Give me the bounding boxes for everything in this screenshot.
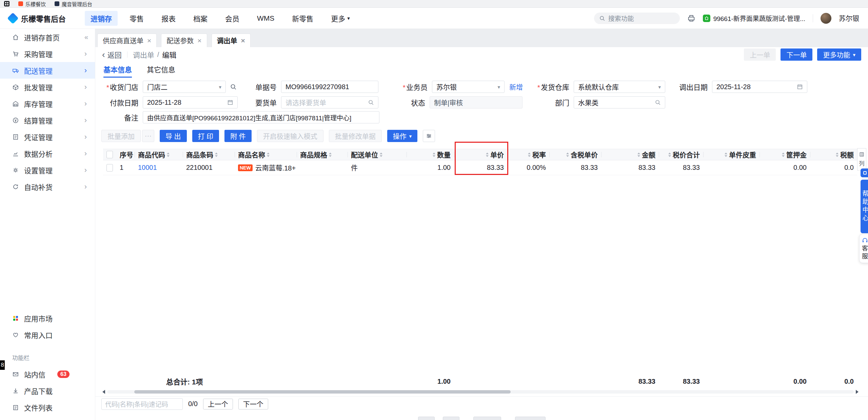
sidebar-item-downloads[interactable]: 产品下载 <box>0 382 95 399</box>
quick-search-input[interactable]: 代码|名称|条码|速记码 <box>101 398 183 410</box>
col-unit[interactable]: 配送单位 <box>348 149 407 160</box>
sidebar-item-wholesale[interactable]: 批发管理 › <box>0 79 95 95</box>
nav-item-dangan[interactable]: 档案 <box>188 11 213 26</box>
export-button[interactable]: 导 出 <box>160 130 187 142</box>
sidebar-item-app-market[interactable]: 应用市场 <box>0 310 95 326</box>
print-button[interactable]: 打 印 <box>192 130 219 142</box>
col-price-with-tax[interactable]: 含税单价 <box>549 149 601 160</box>
close-icon[interactable]: × <box>241 37 245 45</box>
os-app-tab[interactable]: 魔音管理后台 <box>55 0 92 7</box>
global-search-input[interactable]: 搜索功能 <box>594 13 680 24</box>
speed-input-mode-button[interactable]: 开启极速输入模式 <box>257 130 323 142</box>
user-name[interactable]: 苏尔银 <box>839 13 859 23</box>
cell-qty[interactable]: 1.00 <box>407 160 454 175</box>
brand[interactable]: 乐檬零售后台 <box>9 13 66 24</box>
batch-add-button[interactable]: 批量添加 <box>101 130 141 142</box>
doc-tab-transfer-out[interactable]: 调出单 × <box>212 34 251 47</box>
col-basket-deposit[interactable]: 筐押金 <box>760 149 810 160</box>
next-doc-button[interactable]: 下一单 <box>781 48 812 61</box>
back-button[interactable]: 返回 <box>107 49 122 60</box>
col-tax-rate[interactable]: 税率 <box>507 149 549 160</box>
warehouse-select[interactable]: 系统默认仓库 ▾ <box>574 81 665 93</box>
partial-bottom-button[interactable] <box>473 417 501 420</box>
nav-item-more[interactable]: 更多 ▾ <box>325 11 356 26</box>
doc-tab-supplier-direct[interactable]: 供应商直送单 × <box>97 34 157 47</box>
tab-basic-info[interactable]: 基本信息 <box>103 62 132 78</box>
help-tab-icon[interactable] <box>861 168 868 177</box>
col-barcode[interactable]: 商品条码 <box>183 149 235 160</box>
receiving-store-select[interactable]: 门店二 ▾ <box>143 81 226 93</box>
avatar[interactable] <box>821 13 831 24</box>
store-selector[interactable]: 99661-新界面果蔬版测试-管理... <box>703 14 805 23</box>
column-display-widget[interactable]: 列 <box>857 148 866 171</box>
sidebar-item-request[interactable]: 需求申请 <box>0 416 95 420</box>
close-icon[interactable]: × <box>197 37 201 45</box>
col-amount-with-tax[interactable]: 税价合计 <box>659 149 703 160</box>
nav-item-baobiao[interactable]: 报表 <box>156 11 181 26</box>
sidebar-item-purchase[interactable]: 采购管理 › <box>0 45 95 62</box>
add-salesman-link[interactable]: 新增 <box>509 82 523 92</box>
doc-tab-distribution-params[interactable]: 配送参数 × <box>161 34 207 47</box>
col-tax[interactable]: 税额 <box>810 149 857 160</box>
scroll-right-icon[interactable] <box>856 390 861 394</box>
column-settings-button[interactable] <box>423 130 435 142</box>
nav-item-huiyuan[interactable]: 会员 <box>219 11 245 26</box>
prev-doc-button[interactable]: 上一单 <box>744 48 776 61</box>
next-item-button[interactable]: 下一个 <box>238 399 268 409</box>
prev-item-button[interactable]: 上一个 <box>203 399 233 409</box>
nav-item-jinxiaocun[interactable]: 进销存 <box>85 11 118 26</box>
sidebar-item-home[interactable]: 进销存首页 « <box>0 29 95 45</box>
partial-bottom-button[interactable] <box>515 417 546 420</box>
attachment-button[interactable]: 附 件 <box>224 130 252 142</box>
row-checkbox[interactable] <box>106 164 113 172</box>
salesman-select[interactable]: 苏尔银 ▾ <box>432 81 505 93</box>
col-qty[interactable]: 数量 <box>407 149 454 160</box>
table-row[interactable]: 1 10001 2210001 NEW 云南蓝莓.18+ 件 1.00 83.3… <box>103 160 857 175</box>
col-amount[interactable]: 金额 <box>601 149 659 160</box>
col-product-name[interactable]: 商品名称 <box>235 149 297 160</box>
operations-button[interactable]: 操作 ▾ <box>387 130 418 142</box>
batch-edit-button[interactable]: 批量修改单据 <box>329 130 382 142</box>
col-product-code[interactable]: 商品代码 <box>135 149 183 160</box>
out-date-input[interactable]: 2025-11-28 <box>712 81 807 93</box>
col-price[interactable]: 单价 <box>454 149 507 160</box>
request-doc-picker[interactable]: 请选择要货单 <box>281 96 378 108</box>
app-grid-icon[interactable] <box>4 1 9 6</box>
sidebar-item-voucher[interactable]: 凭证管理 › <box>0 128 95 145</box>
printer-icon[interactable] <box>687 14 695 22</box>
nav-item-lingshou[interactable]: 零售 <box>124 11 150 26</box>
sidebar-item-settings[interactable]: 设置管理 › <box>0 162 95 178</box>
department-picker[interactable]: 水果类 <box>574 96 665 108</box>
remark-input[interactable]: 由供应商直送单[PO99661992281012]生成,直送门店[9987811… <box>143 111 379 123</box>
doc-no-input[interactable]: MO99661992270981 <box>281 81 378 93</box>
scrollbar-track[interactable] <box>107 390 854 394</box>
partial-bottom-button[interactable] <box>418 417 435 420</box>
product-code-link[interactable]: 10001 <box>138 164 157 172</box>
select-all-checkbox[interactable] <box>106 151 113 158</box>
close-icon[interactable]: × <box>147 37 151 45</box>
back-chevron-icon[interactable]: ‹ <box>102 50 105 59</box>
sidebar-item-distribution[interactable]: 配送管理 › <box>0 62 95 79</box>
help-center-tab[interactable]: 帮助中心 <box>861 180 868 233</box>
sidebar-item-settlement[interactable]: 结算管理 › <box>0 112 95 128</box>
col-unit-tare[interactable]: 单件皮重 <box>703 149 760 160</box>
nav-item-xinlingshou[interactable]: 新零售 <box>286 11 319 26</box>
nav-item-wms[interactable]: WMS <box>251 12 280 25</box>
customer-service-button[interactable]: 客服 <box>859 234 868 263</box>
col-spec[interactable]: 商品规格 <box>297 149 348 160</box>
pay-date-input[interactable]: 2025-11-28 <box>143 96 238 108</box>
more-functions-button[interactable]: 更多功能 ▾ <box>817 48 861 61</box>
scroll-left-icon[interactable] <box>100 390 105 394</box>
sidebar-item-favorites[interactable]: 常用入口 <box>0 326 95 343</box>
collapse-sidebar-icon[interactable]: « <box>84 33 87 41</box>
partial-bottom-button[interactable] <box>443 417 459 420</box>
sidebar-item-auto-replenish[interactable]: 自动补货 › <box>0 178 95 195</box>
sidebar-item-analytics[interactable]: 数据分析 › <box>0 145 95 162</box>
sidebar-item-file-list[interactable]: 文件列表 <box>0 399 95 416</box>
cell-price[interactable]: 83.33 <box>454 160 507 175</box>
batch-add-more-button[interactable]: ⋯ <box>142 130 154 142</box>
os-app-tab[interactable]: 乐檬餐饮 <box>18 0 46 7</box>
scrollbar-thumb[interactable] <box>134 390 511 394</box>
sidebar-item-inventory[interactable]: 库存管理 › <box>0 95 95 112</box>
sidebar-item-inbox[interactable]: 站内信 63 <box>0 366 95 382</box>
